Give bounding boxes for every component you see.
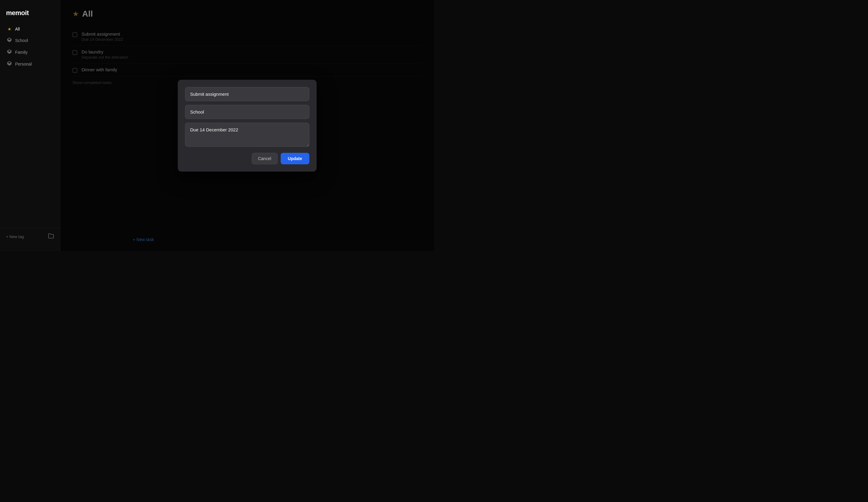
sidebar-item-personal-label: Personal <box>15 62 32 67</box>
sidebar: memoit ★ All School <box>0 0 60 251</box>
sidebar-footer: + New tag <box>0 228 60 245</box>
logo: memoit <box>0 6 60 24</box>
sidebar-item-personal[interactable]: Personal <box>4 59 56 69</box>
app-container: memoit ★ All School <box>0 0 434 251</box>
task-title-input[interactable] <box>185 87 309 101</box>
edit-task-modal: Cancel Update <box>178 80 317 172</box>
sidebar-item-school-label: School <box>15 38 28 43</box>
layers-icon-family <box>7 49 12 55</box>
star-icon: ★ <box>7 27 12 31</box>
cancel-button[interactable]: Cancel <box>252 153 278 164</box>
modal-overlay[interactable]: Cancel Update <box>60 0 434 251</box>
sidebar-item-all[interactable]: ★ All <box>4 24 56 34</box>
modal-actions: Cancel Update <box>185 153 309 164</box>
app-name: memoit <box>6 9 29 17</box>
sidebar-item-family[interactable]: Family <box>4 47 56 57</box>
main-content: ★ All Submit assignment Due 14 December … <box>60 0 434 251</box>
layers-icon-personal <box>7 61 12 67</box>
new-tag-button[interactable]: + New tag <box>6 234 24 239</box>
task-tag-input[interactable] <box>185 105 309 119</box>
sidebar-item-family-label: Family <box>15 50 28 55</box>
update-button[interactable]: Update <box>281 153 309 164</box>
sidebar-nav: ★ All School <box>0 24 60 228</box>
sidebar-item-school[interactable]: School <box>4 35 56 46</box>
folder-icon[interactable] <box>48 233 54 240</box>
task-notes-textarea[interactable] <box>185 123 309 147</box>
sidebar-item-all-label: All <box>15 27 20 31</box>
layers-icon-school <box>7 38 12 43</box>
